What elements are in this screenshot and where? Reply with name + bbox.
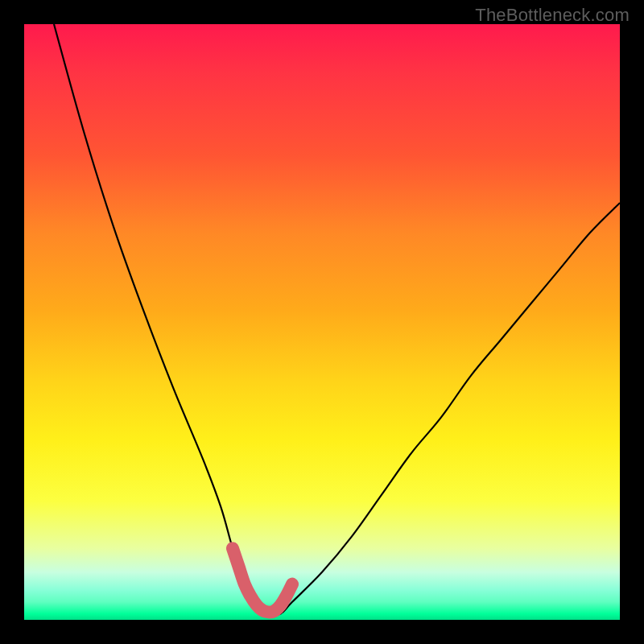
curve-layer xyxy=(24,24,620,620)
chart-canvas: TheBottleneck.com xyxy=(0,0,644,644)
optimal-marker-path xyxy=(233,548,292,612)
watermark-text: TheBottleneck.com xyxy=(475,5,630,26)
plot-area xyxy=(24,24,620,620)
bottleneck-curve-path xyxy=(54,24,620,616)
